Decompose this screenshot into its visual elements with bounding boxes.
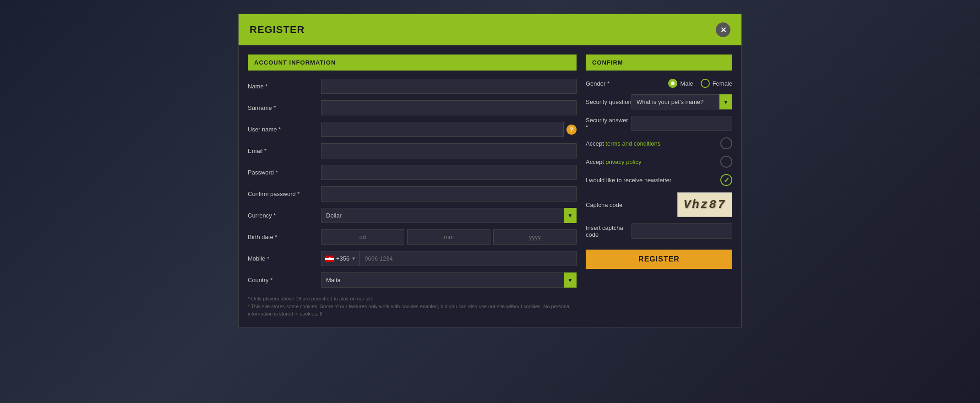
mobile-group: +356 ▼ xyxy=(321,251,577,266)
gender-male-group[interactable]: Male xyxy=(668,79,693,88)
gender-options: Male Female xyxy=(668,79,732,88)
dropdown-arrow-mobile: ▼ xyxy=(351,256,356,261)
register-modal: REGISTER ✕ ACCOUNT INFORMATION Name * Su… xyxy=(238,14,742,327)
security-question-row: Security question What is your pet's nam… xyxy=(586,94,732,109)
currency-select-wrapper: Dollar Euro GBP ▼ xyxy=(321,208,577,223)
password-input[interactable] xyxy=(321,165,577,180)
modal-body: ACCOUNT INFORMATION Name * Surname * Use… xyxy=(239,45,741,327)
newsletter-row: I would like to receive newsletter xyxy=(586,174,732,186)
country-select-wrapper: Malta United Kingdom United States ▼ xyxy=(321,272,577,288)
insert-captcha-row: Insert captcha code xyxy=(586,223,732,239)
captcha-text: Vhz87 xyxy=(683,198,726,212)
accept-terms-checkbox[interactable] xyxy=(720,137,732,149)
female-radio[interactable] xyxy=(701,79,710,88)
left-panel: ACCOUNT INFORMATION Name * Surname * Use… xyxy=(248,54,577,318)
gender-female-group[interactable]: Female xyxy=(701,79,732,88)
accept-privacy-row: Accept privacy policy xyxy=(586,156,732,168)
right-panel: CONFIRM Gender * Male Female Securi xyxy=(586,54,732,318)
currency-row: Currency * Dollar Euro GBP ▼ xyxy=(248,208,577,223)
birth-yyyy-input[interactable] xyxy=(493,229,577,245)
security-question-label: Security question xyxy=(586,98,632,105)
confirm-password-label: Confirm password * xyxy=(248,191,321,197)
gender-row: Gender * Male Female xyxy=(586,79,732,88)
password-label: Password * xyxy=(248,169,321,176)
security-question-select[interactable]: What is your pet's name? Mother's maiden… xyxy=(632,94,732,109)
accept-privacy-text: Accept privacy policy xyxy=(586,158,720,165)
birth-dd-input[interactable] xyxy=(321,229,404,245)
modal-header: REGISTER ✕ xyxy=(239,14,741,45)
mobile-row: Mobile * +356 ▼ xyxy=(248,251,577,266)
account-info-header: ACCOUNT INFORMATION xyxy=(248,54,577,71)
username-input[interactable] xyxy=(321,122,564,137)
username-row: User name * ? xyxy=(248,122,577,137)
mobile-label: Mobile * xyxy=(248,255,321,262)
help-icon[interactable]: ? xyxy=(566,125,577,135)
birth-date-label: Birth date * xyxy=(248,234,321,240)
modal-title: REGISTER xyxy=(250,24,305,36)
insert-captcha-label: Insert captcha code xyxy=(586,224,632,238)
mobile-number-input[interactable] xyxy=(360,251,576,266)
birth-date-group xyxy=(321,229,577,245)
captcha-row: Captcha code Vhz87 xyxy=(586,192,732,217)
email-label: Email * xyxy=(248,147,321,154)
footnote: * Only players above 18 are permitted to… xyxy=(248,295,577,318)
email-row: Email * xyxy=(248,143,577,158)
captcha-image: Vhz87 xyxy=(677,192,732,217)
birth-date-row: Birth date * xyxy=(248,229,577,245)
country-row: Country * Malta United Kingdom United St… xyxy=(248,272,577,288)
privacy-link[interactable]: privacy policy xyxy=(605,158,641,165)
surname-input[interactable] xyxy=(321,100,577,115)
name-input[interactable] xyxy=(321,79,577,94)
gender-label: Gender * xyxy=(586,80,668,87)
username-input-wrapper: ? xyxy=(321,122,577,137)
security-answer-label: Security answer * xyxy=(586,117,632,131)
name-row: Name * xyxy=(248,79,577,94)
flag-code-wrapper[interactable]: +356 ▼ xyxy=(321,251,360,266)
accept-terms-text: Accept terms and conditions xyxy=(586,140,720,147)
username-label: User name * xyxy=(248,126,321,133)
birth-mm-input[interactable] xyxy=(407,229,490,245)
country-label: Country * xyxy=(248,277,321,283)
close-button[interactable]: ✕ xyxy=(716,22,730,37)
confirm-password-row: Confirm password * xyxy=(248,186,577,202)
newsletter-checkbox[interactable] xyxy=(720,174,732,186)
currency-label: Currency * xyxy=(248,212,321,219)
male-radio[interactable] xyxy=(668,79,677,88)
surname-row: Surname * xyxy=(248,100,577,115)
female-label: Female xyxy=(713,80,732,87)
email-input[interactable] xyxy=(321,143,577,158)
security-answer-row: Security answer * xyxy=(586,116,732,131)
security-question-dropdown-wrapper: What is your pet's name? Mother's maiden… xyxy=(632,94,732,109)
surname-label: Surname * xyxy=(248,104,321,111)
name-label: Name * xyxy=(248,83,321,90)
register-button[interactable]: REGISTER xyxy=(586,250,732,269)
confirm-password-input[interactable] xyxy=(321,186,577,202)
insert-captcha-input[interactable] xyxy=(632,223,732,239)
footnote-1: * Only players above 18 are permitted to… xyxy=(248,295,577,303)
security-answer-input[interactable] xyxy=(632,116,732,131)
password-row: Password * xyxy=(248,165,577,180)
confirm-header: CONFIRM xyxy=(586,54,732,71)
accept-terms-row: Accept terms and conditions xyxy=(586,137,732,149)
accept-privacy-checkbox[interactable] xyxy=(720,156,732,168)
country-code: +356 xyxy=(336,255,349,262)
currency-select[interactable]: Dollar Euro GBP xyxy=(321,208,577,223)
male-label: Male xyxy=(680,80,693,87)
country-select[interactable]: Malta United Kingdom United States xyxy=(321,272,577,288)
newsletter-label: I would like to receive newsletter xyxy=(586,177,720,184)
terms-link[interactable]: terms and conditions xyxy=(605,140,660,147)
footnote-2: * This site stores some cookies. Some of… xyxy=(248,303,577,318)
malta-flag xyxy=(325,256,334,262)
captcha-label: Captcha code xyxy=(586,202,677,208)
